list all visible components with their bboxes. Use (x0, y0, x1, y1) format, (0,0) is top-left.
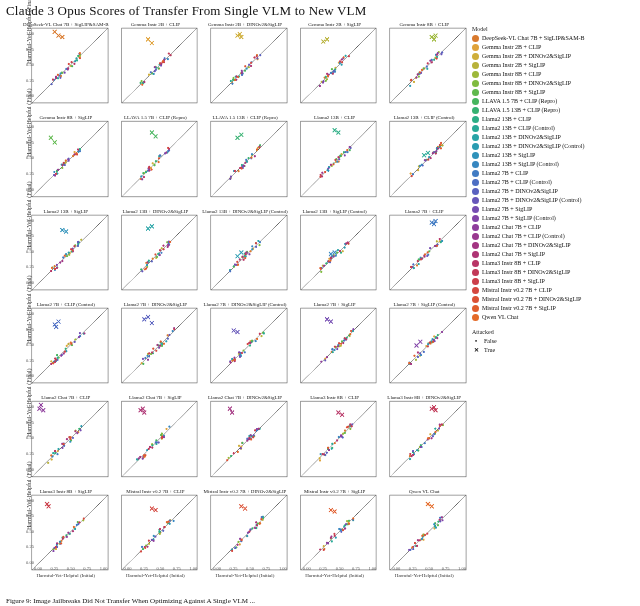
legend-item: Llama2 13B + DINOv2&SigLIP (Control) (472, 142, 632, 151)
legend-item: Llama2 7B + DINOv2&SigLIP (Control) (472, 196, 632, 205)
scatter-plot (291, 114, 379, 205)
cross-icon: ✕ (472, 346, 480, 355)
scatter-plot (112, 114, 200, 205)
legend-swatch-icon (472, 89, 479, 96)
legend-item: Llama3 Instr 8B + DINOv2&SigLIP (472, 268, 632, 277)
legend-item-label: Llama2 13B + CLIP (482, 115, 531, 124)
legend-item: Llama2 7B + CLIP (472, 169, 632, 178)
scatter-plot (112, 21, 200, 112)
legend-item-label: Mistral Instr v0.2 7B + SigLIP (482, 304, 556, 313)
legend-item: Llama2 7B + DINOv2&SigLIP (472, 187, 632, 196)
legend-item: Llama2 13B + CLIP (472, 115, 632, 124)
legend-shape-false: • False (472, 337, 632, 346)
legend-swatch-icon (472, 116, 479, 123)
legend-swatch-icon (472, 80, 479, 87)
page-title: Claude 3 Opus Scores of Transfer From Si… (0, 0, 640, 19)
x-axis-label: Harmful-Yet-Helpful (Initial) (22, 573, 110, 578)
legend-item-label: Llama2 7B + CLIP (482, 169, 528, 178)
x-ticks: 0.000.250.500.751.00 (392, 566, 466, 571)
legend-swatch-icon (472, 233, 479, 240)
subplot: Llama3 Instr 8B + DINOv2&SigLIP (380, 394, 468, 485)
scatter-plot (380, 301, 468, 392)
x-axis-label: Harmful-Yet-Helpful (Initial) (291, 573, 379, 578)
subplot: Llama2 13B + DINOv2&SigLIP (Control) (201, 208, 289, 299)
legend-item: Llama2 13B + SigLIP (Control) (472, 160, 632, 169)
legend-item-label: Llama3 Instr 8B + CLIP (482, 259, 541, 268)
legend-swatch-icon (472, 53, 479, 60)
scatter-plot (380, 394, 468, 485)
legend-item-label: Llama2 13B + DINOv2&SigLIP (Control) (482, 142, 585, 151)
legend-item-label: Llama3 Instr 8B + SigLIP (482, 277, 545, 286)
legend-swatch-icon (472, 125, 479, 132)
subplot: Qwen VL ChatHarmful-Yet-Helpful (Initial… (380, 488, 468, 579)
legend-item: Gemma Instr 8B + CLIP (472, 70, 632, 79)
subplot: Mistral Instr v0.2 7B + SigLIPHarmful-Ye… (291, 488, 379, 579)
legend-swatch-icon (472, 161, 479, 168)
x-ticks: 0.000.250.500.751.00 (213, 566, 287, 571)
scatter-plot (22, 114, 110, 205)
legend-item-label: Qwen VL Chat (482, 313, 518, 322)
legend-swatch-icon (472, 152, 479, 159)
legend-item: Llama2 13B + CLIP (Control) (472, 124, 632, 133)
subplot: Gemma Instr 2B + DINOv2&SigLIP (201, 21, 289, 112)
subplot: Gemma Instr 8B + CLIP (380, 21, 468, 112)
scatter-plot (22, 301, 110, 392)
legend-item-label: Llama2 7B + CLIP (Control) (482, 178, 552, 187)
chart-grid: DeepSeek-VL Chat 7B + SigLIP&SAM-BHarmfu… (0, 19, 470, 579)
legend-item-label: Mistral Instr v0.2 7B + DINOv2&SigLIP (482, 295, 581, 304)
scatter-plot (380, 208, 468, 299)
legend-swatch-icon (472, 260, 479, 267)
legend-swatch-icon (472, 188, 479, 195)
legend-shape-true: ✕ True (472, 346, 632, 355)
figure-caption: Figure 9: Image Jailbreaks Did Not Trans… (6, 597, 480, 605)
legend-item: Mistral Instr v0.2 7B + DINOv2&SigLIP (472, 295, 632, 304)
legend-item-label: Llama2 Chat 7B + CLIP (482, 223, 541, 232)
scatter-plot (291, 208, 379, 299)
subplot: Llama2 Chat 7B + DINOv2&SigLIP (201, 394, 289, 485)
subplot: Llama2 Chat 7B + SigLIP (112, 394, 200, 485)
legend-item: Llama2 Chat 7B + CLIP (Control) (472, 232, 632, 241)
subplot: Llama2 13B + SigLIP (Control) (291, 208, 379, 299)
legend-item: Llama2 Chat 7B + CLIP (472, 223, 632, 232)
legend-item: Gemma Instr 8B + DINOv2&SigLIP (472, 79, 632, 88)
legend-item-label: Mistral Instr v0.2 7B + CLIP (482, 286, 552, 295)
subplot: Llama2 7B + DINOv2&SigLIP (Control) (201, 301, 289, 392)
x-axis-label: Harmful-Yet-Helpful (Initial) (112, 573, 200, 578)
x-axis-label: Harmful-Yet-Helpful (Initial) (380, 573, 468, 578)
legend-item-label: Llama2 7B + SigLIP (Control) (482, 214, 556, 223)
legend-item: Mistral Instr v0.2 7B + SigLIP (472, 304, 632, 313)
subplot: Llama2 Chat 7B + CLIPHarmful-Yet-Helpful… (22, 394, 110, 485)
legend-swatch-icon (472, 305, 479, 312)
legend-item-label: LLAVA 1.5 7B + CLIP (Repro) (482, 97, 557, 106)
legend-swatch-icon (472, 251, 479, 258)
subplot: Gemma Instr 2B + SigLIP (291, 21, 379, 112)
subplot: Llama2 13B + CLIP (Control) (380, 114, 468, 205)
scatter-plot (201, 394, 289, 485)
scatter-plot (22, 21, 110, 112)
subplot: LLAVA 1.5 7B + CLIP (Repro) (112, 114, 200, 205)
legend-swatch-icon (472, 179, 479, 186)
legend-item-label: Llama2 13B + SigLIP (Control) (482, 160, 559, 169)
legend-swatch-icon (472, 44, 479, 51)
legend-item: LLAVA 1.5 7B + CLIP (Repro) (472, 97, 632, 106)
legend-item-label: Llama2 7B + DINOv2&SigLIP (Control) (482, 196, 582, 205)
x-ticks: 0.000.250.500.751.00 (303, 566, 377, 571)
legend-item-label: Llama2 Chat 7B + SigLIP (482, 250, 545, 259)
subplot: Gemma Instr 2B + CLIP (112, 21, 200, 112)
legend-item-label: Gemma Instr 2B + DINOv2&SigLIP (482, 52, 571, 61)
scatter-plot (112, 394, 200, 485)
legend-swatch-icon (472, 224, 479, 231)
legend: Model DeepSeek-VL Chat 7B + SigLIP&SAM-B… (470, 19, 634, 579)
legend-swatch-icon (472, 170, 479, 177)
x-axis-label: Harmful-Yet-Helpful (Initial) (201, 573, 289, 578)
legend-swatch-icon (472, 197, 479, 204)
subplot: Llama2 7B + CLIP (380, 208, 468, 299)
legend-item-label: Gemma Instr 2B + SigLIP (482, 61, 545, 70)
scatter-plot (291, 21, 379, 112)
legend-heading-models: Model (472, 25, 632, 34)
legend-item: Gemma Instr 2B + SigLIP (472, 61, 632, 70)
legend-swatch-icon (472, 296, 479, 303)
dot-icon: • (472, 337, 480, 346)
scatter-plot (201, 114, 289, 205)
x-ticks: 0.000.250.500.751.00 (34, 566, 108, 571)
